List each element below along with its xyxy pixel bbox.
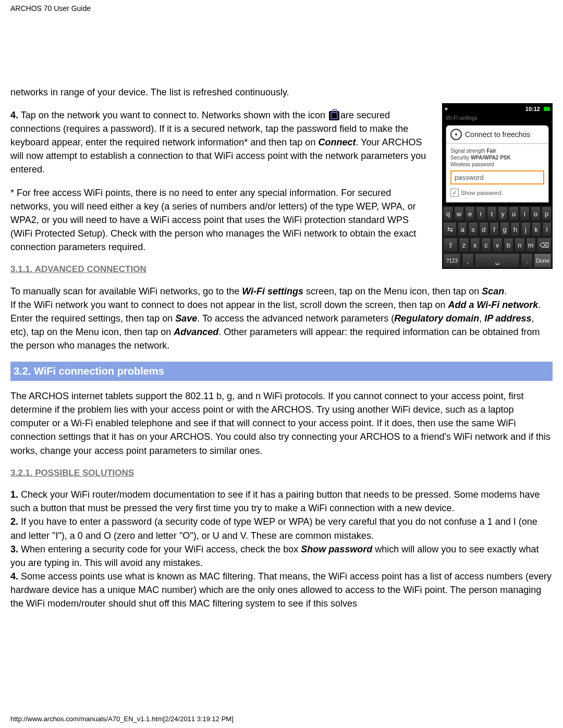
key-t[interactable]: t [487,206,497,221]
key-o[interactable]: o [531,206,541,221]
key-r[interactable]: r [476,206,486,221]
security-row: Security WPA/WPA2 PSK [450,155,544,161]
key-i[interactable]: i [520,206,530,221]
key-j[interactable]: j [521,222,530,237]
t: . To access the advanced network paramet… [197,313,394,324]
key-comma[interactable]: , [462,253,474,268]
key-g[interactable]: g [500,222,509,237]
t: screen, tap on the Menu icon, then tap o… [303,286,482,297]
key-backspace[interactable]: ⌫ [537,238,552,252]
status-right: 10:12 [525,106,550,112]
wifi-icon [445,106,452,112]
para-32: The ARCHOS internet tablets support the … [10,389,553,457]
sol1-text: Check your WiFi router/modem documentati… [10,489,540,513]
checkbox-icon[interactable]: ✓ [450,189,459,197]
key-q[interactable]: q [443,206,453,221]
heading-32: 3.2. WiFi connection problems [10,362,553,381]
sol4-text: Some access points use what is known as … [10,571,552,609]
wifi-settings-label: Wi-Fi settings [242,286,303,297]
key-u[interactable]: u [509,206,519,221]
key-z[interactable]: z [459,238,469,252]
para-311-1: To manually scan for available WiFi netw… [10,285,553,352]
key-p[interactable]: p [542,206,552,221]
sol3-text-a: When entering a security code for your W… [18,544,301,554]
key-w[interactable]: w [454,206,464,221]
show-password-label: Show password. [461,190,503,196]
sol2-text: If you have to enter a password (a secur… [10,516,537,540]
sol3-num: 3. [10,544,18,554]
key-m[interactable]: m [526,238,536,252]
show-password-row[interactable]: ✓ Show password. [450,189,544,197]
document-page: ARCHOS 70 User Guide 10:12 Wi-Fi setting… [0,0,563,728]
t: To manually scan for available WiFi netw… [10,286,242,297]
dialog-header: Connect to freechos [446,125,549,143]
key-done[interactable]: Done [534,253,552,268]
solution-1: 1. Check your WiFi router/modem document… [10,488,553,610]
advanced-label: Advanced [174,327,218,337]
signal-row: Signal strength Fair [450,148,544,154]
screen-subtitle: Wi-Fi settings [443,114,552,122]
intro-line: networks in range of your device. The li… [10,85,553,99]
ip-label: IP address [484,313,531,324]
key-y[interactable]: y [498,206,508,221]
status-bar: 10:12 [443,104,552,114]
dialog-body: Signal strength Fair Security WPA/WPA2 P… [446,143,549,203]
signal-value: Fair [487,148,496,154]
t: , [479,313,484,324]
show-password-label-inline: Show password [301,544,372,554]
key-s[interactable]: s [468,222,478,237]
step-4-number: 4. [10,110,18,120]
key-period[interactable]: . [521,253,533,268]
key-d[interactable]: d [479,222,488,237]
key-symbols[interactable]: ?123 [443,253,461,268]
key-e[interactable]: e [465,206,475,221]
password-label: Wireless password [450,162,544,167]
key-c[interactable]: c [481,238,491,252]
lock-icon [329,111,339,120]
kb-row-1: q w e r t y u i o p [443,206,552,221]
password-input[interactable] [450,170,544,184]
footer-url: http://www.archos.com/manuals/A70_EN_v1.… [10,715,234,723]
sol2-num: 2. [10,516,18,527]
clock: 10:12 [525,106,540,112]
security-label: Security [450,155,469,161]
dialog-title: Connect to freechos [465,130,530,139]
reg-domain-label: Regulatory domain [394,313,479,324]
connect-dialog: Connect to freechos Signal strength Fair… [443,122,552,206]
connect-label: Connect [318,137,356,147]
t: If the WiFi network you want to connect … [10,300,448,310]
wifi-connect-screenshot: 10:12 Wi-Fi settings Connect to freechos… [442,103,553,269]
key-k[interactable]: k [532,222,541,237]
signal-label: Signal strength [450,148,485,154]
key-shift[interactable]: ⇧ [443,238,458,252]
key-space[interactable]: ␣ [475,253,520,268]
kb-row-2: ⇆ a s d f g h j k l [443,221,552,237]
scan-label: Scan [482,286,504,297]
key-b[interactable]: b [504,238,513,252]
key-x[interactable]: x [470,238,480,252]
key-l[interactable]: l [542,222,552,237]
key-n[interactable]: n [515,238,524,252]
onscreen-keyboard[interactable]: q w e r t y u i o p ⇆ a s d f g h j k [443,206,552,268]
heading-321: 3.2.1. POSSIBLE SOLUTIONS [10,467,553,480]
t: . [504,286,507,297]
kb-row-3: ⇧ z x c v b n m ⌫ [443,237,552,253]
key-f[interactable]: f [489,222,499,237]
sol1-num: 1. [10,489,18,500]
kb-row-4: ?123 , ␣ . Done [443,253,552,268]
key-h[interactable]: h [510,222,520,237]
power-icon [450,129,462,140]
key-a[interactable]: a [458,222,467,237]
sol4-num: 4. [10,571,18,582]
page-header-title: ARCHOS 70 User Guide [10,4,553,13]
key-v[interactable]: v [492,238,502,252]
save-label: Save [175,313,197,324]
step-4-text-a: Tap on the network you want to connect t… [18,110,328,120]
add-wifi-label: Add a Wi-Fi network [448,300,538,310]
security-value: WPA/WPA2 PSK [471,155,511,161]
key-shift-tab[interactable]: ⇆ [443,222,457,237]
battery-icon [544,107,550,111]
